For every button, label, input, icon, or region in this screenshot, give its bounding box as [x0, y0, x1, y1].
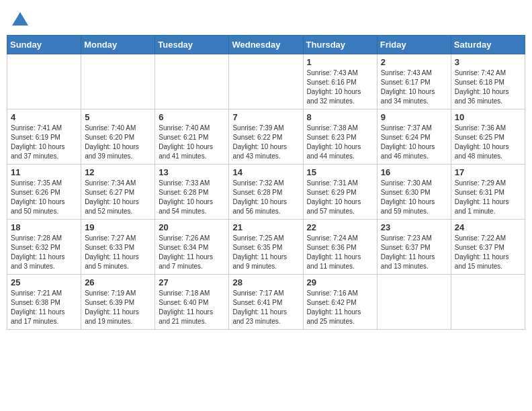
- calendar-cell: 20Sunrise: 7:26 AM Sunset: 6:34 PM Dayli…: [155, 220, 229, 275]
- day-of-week-header: Wednesday: [229, 36, 303, 54]
- day-of-week-header: Thursday: [303, 36, 377, 54]
- calendar-cell: 5Sunrise: 7:40 AM Sunset: 6:20 PM Daylig…: [81, 109, 155, 165]
- day-number: 10: [455, 112, 521, 122]
- day-number: 16: [381, 167, 447, 177]
- calendar-cell: 26Sunrise: 7:19 AM Sunset: 6:39 PM Dayli…: [81, 275, 155, 330]
- calendar-cell: 14Sunrise: 7:32 AM Sunset: 6:28 PM Dayli…: [229, 165, 303, 220]
- page-header: [7, 7, 525, 30]
- calendar-cell: 9Sunrise: 7:37 AM Sunset: 6:24 PM Daylig…: [377, 109, 451, 165]
- calendar-cell: 16Sunrise: 7:30 AM Sunset: 6:30 PM Dayli…: [377, 165, 451, 220]
- calendar-cell: 1Sunrise: 7:43 AM Sunset: 6:16 PM Daylig…: [303, 54, 377, 109]
- day-number: 14: [232, 167, 299, 177]
- day-number: 19: [85, 222, 151, 232]
- calendar-cell: 11Sunrise: 7:35 AM Sunset: 6:26 PM Dayli…: [7, 165, 81, 220]
- day-info: Sunrise: 7:26 AM Sunset: 6:34 PM Dayligh…: [159, 234, 225, 271]
- calendar-week-row: 18Sunrise: 7:28 AM Sunset: 6:32 PM Dayli…: [7, 220, 525, 275]
- logo: [9, 11, 30, 30]
- calendar-cell: 17Sunrise: 7:29 AM Sunset: 6:31 PM Dayli…: [451, 165, 525, 220]
- day-info: Sunrise: 7:41 AM Sunset: 6:19 PM Dayligh…: [11, 124, 77, 161]
- day-number: 15: [307, 167, 373, 177]
- day-number: 9: [381, 112, 447, 122]
- calendar-cell: [7, 54, 81, 109]
- calendar-cell: 4Sunrise: 7:41 AM Sunset: 6:19 PM Daylig…: [7, 109, 81, 165]
- day-number: 17: [455, 167, 521, 177]
- day-number: 13: [159, 167, 225, 177]
- day-number: 7: [232, 112, 299, 122]
- svg-marker-0: [12, 12, 28, 26]
- day-number: 11: [11, 167, 77, 177]
- calendar-cell: 25Sunrise: 7:21 AM Sunset: 6:38 PM Dayli…: [7, 275, 81, 330]
- calendar-cell: 21Sunrise: 7:25 AM Sunset: 6:35 PM Dayli…: [229, 220, 303, 275]
- day-number: 24: [455, 222, 521, 232]
- day-info: Sunrise: 7:35 AM Sunset: 6:26 PM Dayligh…: [11, 179, 77, 216]
- calendar-cell: 18Sunrise: 7:28 AM Sunset: 6:32 PM Dayli…: [7, 220, 81, 275]
- day-number: 4: [11, 112, 77, 122]
- calendar-cell: 8Sunrise: 7:38 AM Sunset: 6:23 PM Daylig…: [303, 109, 377, 165]
- day-info: Sunrise: 7:30 AM Sunset: 6:30 PM Dayligh…: [381, 179, 447, 216]
- day-number: 8: [307, 112, 373, 122]
- day-info: Sunrise: 7:22 AM Sunset: 6:37 PM Dayligh…: [455, 234, 521, 271]
- calendar-cell: 13Sunrise: 7:33 AM Sunset: 6:28 PM Dayli…: [155, 165, 229, 220]
- calendar-cell: [229, 54, 303, 109]
- calendar-week-row: 4Sunrise: 7:41 AM Sunset: 6:19 PM Daylig…: [7, 109, 525, 165]
- calendar-week-row: 11Sunrise: 7:35 AM Sunset: 6:26 PM Dayli…: [7, 165, 525, 220]
- day-info: Sunrise: 7:31 AM Sunset: 6:29 PM Dayligh…: [307, 179, 373, 216]
- day-number: 27: [159, 277, 225, 287]
- day-number: 25: [11, 277, 77, 287]
- calendar-cell: 27Sunrise: 7:18 AM Sunset: 6:40 PM Dayli…: [155, 275, 229, 330]
- day-info: Sunrise: 7:32 AM Sunset: 6:28 PM Dayligh…: [232, 179, 299, 216]
- calendar-cell: [377, 275, 451, 330]
- calendar-cell: 6Sunrise: 7:40 AM Sunset: 6:21 PM Daylig…: [155, 109, 229, 165]
- day-number: 18: [11, 222, 77, 232]
- calendar-cell: 3Sunrise: 7:42 AM Sunset: 6:18 PM Daylig…: [451, 54, 525, 109]
- calendar-cell: 24Sunrise: 7:22 AM Sunset: 6:37 PM Dayli…: [451, 220, 525, 275]
- day-of-week-header: Sunday: [7, 36, 81, 54]
- day-info: Sunrise: 7:23 AM Sunset: 6:37 PM Dayligh…: [381, 234, 447, 271]
- day-number: 6: [159, 112, 225, 122]
- day-info: Sunrise: 7:34 AM Sunset: 6:27 PM Dayligh…: [85, 179, 151, 216]
- day-number: 3: [455, 57, 521, 67]
- calendar-cell: 2Sunrise: 7:43 AM Sunset: 6:17 PM Daylig…: [377, 54, 451, 109]
- day-number: 1: [307, 57, 373, 67]
- day-info: Sunrise: 7:33 AM Sunset: 6:28 PM Dayligh…: [159, 179, 225, 216]
- calendar-week-row: 1Sunrise: 7:43 AM Sunset: 6:16 PM Daylig…: [7, 54, 525, 109]
- day-info: Sunrise: 7:40 AM Sunset: 6:20 PM Dayligh…: [85, 124, 151, 161]
- calendar-cell: 22Sunrise: 7:24 AM Sunset: 6:36 PM Dayli…: [303, 220, 377, 275]
- day-of-week-header: Monday: [81, 36, 155, 54]
- calendar-cell: [81, 54, 155, 109]
- day-info: Sunrise: 7:42 AM Sunset: 6:18 PM Dayligh…: [455, 68, 521, 106]
- calendar-cell: 23Sunrise: 7:23 AM Sunset: 6:37 PM Dayli…: [377, 220, 451, 275]
- day-info: Sunrise: 7:39 AM Sunset: 6:22 PM Dayligh…: [232, 124, 299, 161]
- day-info: Sunrise: 7:17 AM Sunset: 6:41 PM Dayligh…: [232, 289, 299, 326]
- day-number: 5: [85, 112, 151, 122]
- day-info: Sunrise: 7:29 AM Sunset: 6:31 PM Dayligh…: [455, 179, 521, 216]
- day-info: Sunrise: 7:25 AM Sunset: 6:35 PM Dayligh…: [232, 234, 299, 271]
- calendar-cell: 29Sunrise: 7:16 AM Sunset: 6:42 PM Dayli…: [303, 275, 377, 330]
- day-info: Sunrise: 7:36 AM Sunset: 6:25 PM Dayligh…: [455, 124, 521, 161]
- day-info: Sunrise: 7:16 AM Sunset: 6:42 PM Dayligh…: [307, 289, 373, 326]
- calendar-week-row: 25Sunrise: 7:21 AM Sunset: 6:38 PM Dayli…: [7, 275, 525, 330]
- day-number: 2: [381, 57, 447, 67]
- calendar-cell: 19Sunrise: 7:27 AM Sunset: 6:33 PM Dayli…: [81, 220, 155, 275]
- day-number: 21: [232, 222, 299, 232]
- calendar-table: SundayMondayTuesdayWednesdayThursdayFrid…: [7, 35, 525, 330]
- day-info: Sunrise: 7:18 AM Sunset: 6:40 PM Dayligh…: [159, 289, 225, 326]
- calendar-cell: 15Sunrise: 7:31 AM Sunset: 6:29 PM Dayli…: [303, 165, 377, 220]
- day-number: 12: [85, 167, 151, 177]
- day-number: 28: [232, 277, 299, 287]
- day-info: Sunrise: 7:24 AM Sunset: 6:36 PM Dayligh…: [307, 234, 373, 271]
- day-info: Sunrise: 7:27 AM Sunset: 6:33 PM Dayligh…: [85, 234, 151, 271]
- logo-icon: [11, 11, 30, 30]
- calendar-cell: 12Sunrise: 7:34 AM Sunset: 6:27 PM Dayli…: [81, 165, 155, 220]
- day-info: Sunrise: 7:43 AM Sunset: 6:16 PM Dayligh…: [307, 68, 373, 106]
- day-number: 29: [307, 277, 373, 287]
- day-number: 22: [307, 222, 373, 232]
- day-of-week-header: Tuesday: [155, 36, 229, 54]
- calendar-header-row: SundayMondayTuesdayWednesdayThursdayFrid…: [7, 36, 525, 54]
- day-info: Sunrise: 7:38 AM Sunset: 6:23 PM Dayligh…: [307, 124, 373, 161]
- day-info: Sunrise: 7:43 AM Sunset: 6:17 PM Dayligh…: [381, 68, 447, 106]
- day-info: Sunrise: 7:40 AM Sunset: 6:21 PM Dayligh…: [159, 124, 225, 161]
- day-info: Sunrise: 7:28 AM Sunset: 6:32 PM Dayligh…: [11, 234, 77, 271]
- calendar-cell: 7Sunrise: 7:39 AM Sunset: 6:22 PM Daylig…: [229, 109, 303, 165]
- day-info: Sunrise: 7:21 AM Sunset: 6:38 PM Dayligh…: [11, 289, 77, 326]
